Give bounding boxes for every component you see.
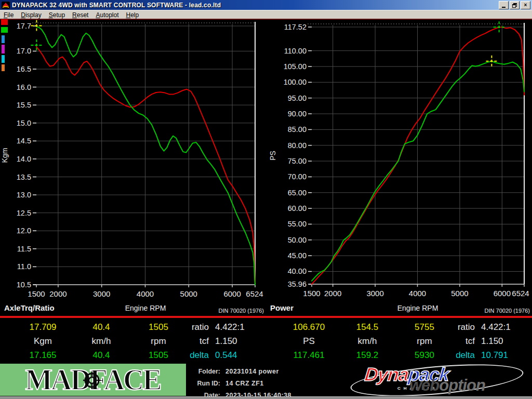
bottom-edge bbox=[0, 396, 532, 399]
x-tick-label: 5000 bbox=[451, 289, 468, 298]
footer: MADFACE Folder:20231014 power Run ID:14 … bbox=[0, 363, 532, 396]
y-tick-label: 45.00 bbox=[288, 251, 307, 260]
y-tick-label: 95.00 bbox=[288, 94, 307, 102]
readout-value: 154.5 bbox=[344, 322, 391, 332]
y-tick-label: 85.00 bbox=[288, 125, 307, 134]
y-tick-label: 15.5 bbox=[17, 101, 31, 109]
readout-unit: km/h bbox=[78, 336, 125, 347]
close-icon: × bbox=[524, 3, 527, 8]
left-chart-xlabel: Engine RPM bbox=[112, 304, 179, 312]
runid-value: 14 CRZ ZF1 bbox=[225, 380, 264, 387]
delta-value: 0.544 bbox=[215, 350, 264, 361]
y-tick-label: 15.0 bbox=[17, 119, 31, 127]
minimize-button[interactable] bbox=[499, 1, 509, 9]
y-tick-label: 13.5 bbox=[17, 173, 31, 181]
restore-button[interactable] bbox=[510, 1, 520, 9]
readout-value: 17.165 bbox=[8, 350, 78, 361]
ratio-value: 4.422:1 bbox=[481, 322, 530, 332]
readout-unit: km/h bbox=[344, 336, 391, 347]
menu-reset[interactable]: Reset bbox=[69, 11, 92, 19]
y-tick-label: 55.00 bbox=[288, 220, 307, 228]
menu-autoplot[interactable]: Autoplot bbox=[92, 11, 122, 19]
y-tick-label: 75.00 bbox=[288, 157, 307, 165]
y-tick-label: 50.00 bbox=[288, 236, 307, 244]
right-chart-standard: DIN 70020 (1976) bbox=[463, 308, 530, 314]
x-tick-label: 2000 bbox=[49, 289, 66, 298]
window-title: DYNAPACK 32 4WD with SMART CONTROL SOFTW… bbox=[12, 2, 221, 9]
runid-label: Run ID: bbox=[190, 380, 220, 387]
y-tick-label: 80.00 bbox=[288, 141, 307, 150]
y-tick-label: 10.5 bbox=[17, 281, 31, 289]
run-info-panel: Folder:20231014 power Run ID:14 CRZ ZF1 … bbox=[190, 365, 336, 399]
x-tick-label: 4000 bbox=[409, 289, 426, 298]
close-button[interactable]: × bbox=[521, 1, 530, 9]
y-tick-label: 16.5 bbox=[17, 65, 31, 73]
menu-bar: FileDisplaySetupResetAutoplotHelp bbox=[0, 10, 532, 19]
x-tick-label: 5000 bbox=[180, 289, 197, 298]
y-tick-label: 100.00 bbox=[284, 78, 307, 86]
torque-curve-red bbox=[36, 47, 255, 283]
power-curve-red bbox=[312, 27, 524, 284]
y-tick-label: 110.00 bbox=[284, 47, 307, 55]
readout-unit: Kgm bbox=[8, 336, 78, 347]
right-chart-xlabel: Engine RPM bbox=[384, 304, 451, 312]
y-tick-label: 16.0 bbox=[17, 83, 31, 91]
ratio-value: 4.422:1 bbox=[215, 322, 264, 332]
y-tick-label: 12.0 bbox=[17, 227, 31, 235]
y-tick-label: 105.00 bbox=[284, 62, 307, 71]
restore-icon bbox=[512, 3, 517, 7]
left-chart-title: AxleTrq/Ratio bbox=[4, 303, 55, 312]
y-tick-label: 70.00 bbox=[288, 172, 307, 181]
y-tick-label: 35.96 bbox=[288, 280, 307, 288]
delta-label: delta bbox=[437, 350, 475, 361]
tcf-value: 1.150 bbox=[215, 336, 264, 347]
menu-setup[interactable]: Setup bbox=[45, 11, 69, 19]
power-curve-green bbox=[312, 61, 524, 281]
delta-label: delta bbox=[171, 350, 209, 361]
readout-unit: PS bbox=[274, 336, 344, 347]
y-tick-label: 60.00 bbox=[288, 204, 307, 212]
torque-chart[interactable]: 17.717.016.516.015.515.014.514.013.513.0… bbox=[0, 20, 266, 316]
y-tick-label: 65.00 bbox=[288, 189, 307, 197]
menu-help[interactable]: Help bbox=[123, 11, 143, 19]
crosshair-icon bbox=[83, 371, 101, 389]
x-tick-label: 3000 bbox=[366, 289, 383, 298]
x-tick-label: 6000 bbox=[223, 289, 241, 298]
menu-file[interactable]: File bbox=[0, 11, 17, 19]
left-chart-standard: DIN 70020 (1976) bbox=[197, 308, 264, 314]
y-axis-label: PS bbox=[269, 151, 277, 161]
readout-value: 40.4 bbox=[78, 350, 125, 361]
readout-value: 159.2 bbox=[344, 350, 391, 361]
x-tick-label: 3000 bbox=[93, 289, 110, 298]
y-tick-label: 117.52 bbox=[284, 23, 307, 31]
x-tick-label: 1500 bbox=[303, 289, 320, 298]
tcf-label: tcf bbox=[171, 336, 209, 347]
tcf-label: tcf bbox=[437, 336, 475, 347]
y-tick-label: 90.00 bbox=[288, 110, 307, 118]
right-chart-title: Power bbox=[270, 303, 294, 312]
y-tick-label: 40.00 bbox=[288, 267, 307, 275]
x-tick-label: 4000 bbox=[137, 289, 154, 298]
weboption-watermark: weboption bbox=[409, 376, 485, 395]
x-tick-label: 6524 bbox=[512, 289, 529, 298]
madface-logo: MADFACE bbox=[0, 364, 186, 396]
power-readout-panel: 106.670 154.5 5755 ratio 4.422:1 PS km/h… bbox=[266, 318, 532, 363]
dynapack-logo: Dynapack CHASSIS weboption bbox=[343, 363, 532, 396]
y-tick-label: 11.5 bbox=[17, 245, 31, 253]
ratio-label: ratio bbox=[171, 322, 209, 332]
y-tick-label: 11.0 bbox=[17, 262, 31, 271]
y-tick-label: 12.5 bbox=[17, 209, 31, 217]
power-chart[interactable]: 117.52110.00105.00100.0095.0090.0085.008… bbox=[266, 20, 532, 316]
torque-curve-green bbox=[36, 26, 255, 285]
y-tick-label: 17.0 bbox=[17, 47, 31, 55]
folder-label: Folder: bbox=[190, 368, 220, 375]
y-tick-label: 14.0 bbox=[17, 155, 31, 163]
ratio-label: ratio bbox=[437, 322, 475, 332]
y-tick-label: 13.0 bbox=[17, 191, 31, 199]
readout-value: 117.461 bbox=[274, 350, 344, 361]
readout-value: 17.709 bbox=[8, 322, 78, 332]
y-tick-label: 17.7 bbox=[17, 22, 31, 30]
torque-readout-panel: 17.709 40.4 1505 ratio 4.422:1 Kgm km/h … bbox=[0, 318, 266, 363]
x-tick-label: 6524 bbox=[246, 289, 263, 298]
menu-display[interactable]: Display bbox=[17, 11, 45, 19]
